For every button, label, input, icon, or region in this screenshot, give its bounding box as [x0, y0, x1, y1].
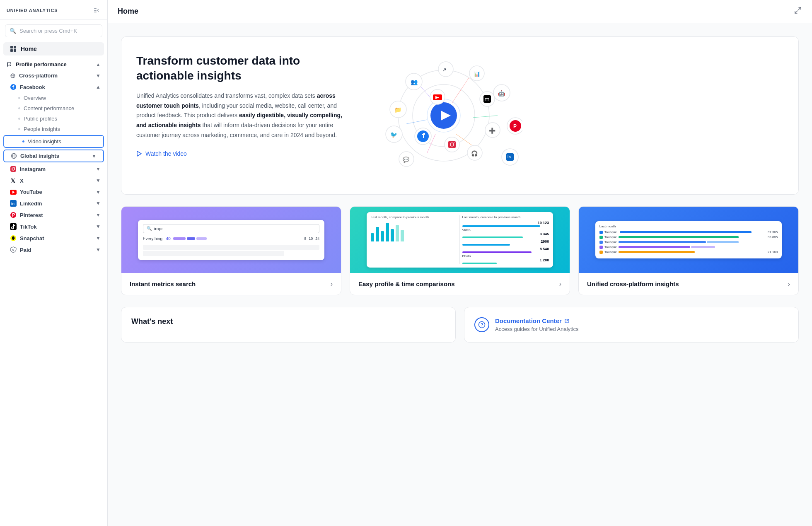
pinterest-icon: P — [10, 212, 17, 218]
cross-platform-label: Cross-platform — [19, 72, 58, 79]
sidebar-item-fb-public[interactable]: Public profiles — [0, 113, 107, 124]
watch-video-link[interactable]: Watch the video — [136, 150, 352, 157]
external-link-icon — [564, 318, 569, 323]
x-label: X — [20, 178, 24, 184]
sidebar-item-paid[interactable]: $ Paid ▼ — [0, 244, 107, 256]
svg-text:$: $ — [12, 249, 14, 252]
fb-video-label: Video insights — [28, 138, 61, 145]
youtube-icon — [10, 190, 17, 195]
mini-val5: 1 200 — [462, 258, 549, 262]
mini-count3: 10 — [309, 236, 313, 241]
snapchat-chevron: ▼ — [96, 235, 101, 241]
svg-rect-3 — [10, 46, 13, 48]
card-arrow-easy-profile[interactable]: › — [559, 280, 561, 288]
main-content: Home Transform customer data into action… — [108, 0, 812, 526]
hero-text: Transform customer data into actionable … — [136, 53, 352, 157]
svg-text:📁: 📁 — [394, 106, 402, 113]
svg-line-28 — [798, 7, 801, 10]
sidebar-item-snapchat[interactable]: Snapchat ▼ — [0, 232, 107, 244]
mini-val3: 2900 — [462, 239, 549, 244]
home-icon — [10, 46, 17, 52]
tiktok-chevron: ▼ — [96, 224, 101, 229]
instagram-chevron: ▼ — [96, 166, 101, 172]
x-icon: 𝕏 — [10, 177, 17, 184]
instagram-icon — [10, 166, 17, 172]
svg-text:?: ? — [481, 323, 483, 327]
mini-platform-3: Toutique — [604, 240, 617, 244]
mini-cross-header: Last month — [599, 224, 778, 228]
global-insights-label: Global insights — [20, 153, 59, 159]
search-placeholder: Search or press Cmd+K — [19, 28, 77, 34]
sidebar-item-fb-overview[interactable]: Overview — [0, 93, 107, 103]
feature-card-instant-metrics[interactable]: 🔍 impr Everything 40 8 — [121, 206, 341, 295]
mini-row1-label: Everything — [143, 236, 164, 241]
globe-icon — [11, 153, 17, 159]
search-icon: 🔍 — [10, 28, 16, 34]
facebook-label: Facebook — [20, 84, 45, 90]
card-preview-instant-metrics: 🔍 impr Everything 40 8 — [121, 207, 341, 273]
svg-rect-6 — [14, 49, 16, 52]
sidebar-item-x[interactable]: 𝕏 X ▼ — [0, 175, 107, 186]
card-title-easy-profile: Easy profile & time comparisons — [358, 280, 455, 288]
svg-text:👥: 👥 — [411, 79, 418, 86]
collapse-sidebar-button[interactable] — [93, 7, 101, 14]
svg-line-38 — [406, 120, 427, 124]
profile-performance-chevron: ▲ — [96, 62, 101, 68]
svg-text:in: in — [11, 202, 15, 206]
profile-performance-section[interactable]: Profile performance ▲ — [0, 57, 107, 70]
card-arrow-instant-metrics[interactable]: › — [331, 280, 333, 288]
top-bar: Home — [108, 0, 812, 23]
sidebar-item-video-insights[interactable]: Video insights — [3, 135, 104, 148]
sidebar-item-fb-content[interactable]: Content performance — [0, 103, 107, 113]
hero-section: Transform customer data into actionable … — [121, 36, 799, 195]
dot-icon — [18, 128, 20, 130]
cross-platform-chevron: ▼ — [96, 73, 101, 79]
sidebar-item-global-insights[interactable]: Global insights ▼ — [3, 150, 104, 162]
snapchat-icon — [10, 235, 17, 241]
svg-rect-4 — [14, 46, 16, 48]
pinterest-label: Pinterest — [20, 212, 43, 218]
sidebar-item-home[interactable]: Home — [3, 42, 104, 55]
bottom-row: What's next ? Documentation Center — [121, 307, 799, 343]
linkedin-chevron: ▼ — [96, 200, 101, 206]
svg-text:TT: TT — [485, 97, 489, 101]
feature-card-unified-cross[interactable]: Last month Toutique 37 365 — [578, 206, 799, 295]
sidebar-item-pinterest[interactable]: P Pinterest ▼ — [0, 209, 107, 221]
svg-point-74 — [454, 142, 454, 143]
mini-label-photo: Photo — [462, 254, 549, 258]
svg-marker-30 — [137, 151, 141, 156]
svg-text:↗: ↗ — [442, 67, 447, 73]
sidebar-header: UNIFIED ANALYTICS — [0, 0, 107, 19]
sidebar-item-facebook[interactable]: Facebook ▲ — [0, 81, 107, 93]
sidebar-item-instagram[interactable]: Instagram ▼ — [0, 163, 107, 175]
search-box[interactable]: 🔍 Search or press Cmd+K — [5, 24, 102, 37]
svg-rect-5 — [10, 49, 13, 52]
app-title: UNIFIED ANALYTICS — [7, 8, 58, 13]
dot-icon — [18, 107, 20, 109]
play-icon — [136, 151, 142, 157]
doc-center-link[interactable]: Documentation Center — [495, 317, 579, 324]
doc-center-card: ? Documentation Center Access guides for… — [464, 307, 799, 343]
hero-heading: Transform customer data into actionable … — [136, 53, 352, 84]
dot-icon — [18, 118, 20, 120]
paid-icon: $ — [10, 246, 17, 253]
paid-chevron: ▼ — [96, 247, 101, 253]
profile-performance-label: Profile performance — [16, 61, 67, 68]
sidebar: UNIFIED ANALYTICS 🔍 Search or press Cmd+… — [0, 0, 108, 526]
svg-rect-2 — [94, 12, 97, 12]
sidebar-item-cross-platform[interactable]: Cross-platform ▼ — [0, 70, 107, 81]
card-arrow-unified-cross[interactable]: › — [788, 280, 790, 288]
expand-button[interactable] — [794, 6, 802, 17]
sidebar-item-fb-people[interactable]: People insights — [0, 124, 107, 134]
svg-text:💬: 💬 — [403, 156, 410, 163]
doc-center-subtitle: Access guides for Unified Analytics — [495, 326, 579, 332]
svg-rect-1 — [94, 10, 97, 11]
feature-cards-row: 🔍 impr Everything 40 8 — [121, 206, 799, 295]
svg-text:🎧: 🎧 — [471, 150, 478, 157]
sidebar-item-linkedin[interactable]: in LinkedIn ▼ — [0, 198, 107, 209]
mini-compare-preview: Last month, compare to previous month — [367, 212, 553, 268]
sidebar-item-youtube[interactable]: YouTube ▼ — [0, 186, 107, 198]
mini-compare-header1: Last month, compare to previous month — [371, 215, 458, 219]
sidebar-item-tiktok[interactable]: TikTok ▼ — [0, 221, 107, 232]
feature-card-easy-profile[interactable]: Last month, compare to previous month — [350, 206, 570, 295]
